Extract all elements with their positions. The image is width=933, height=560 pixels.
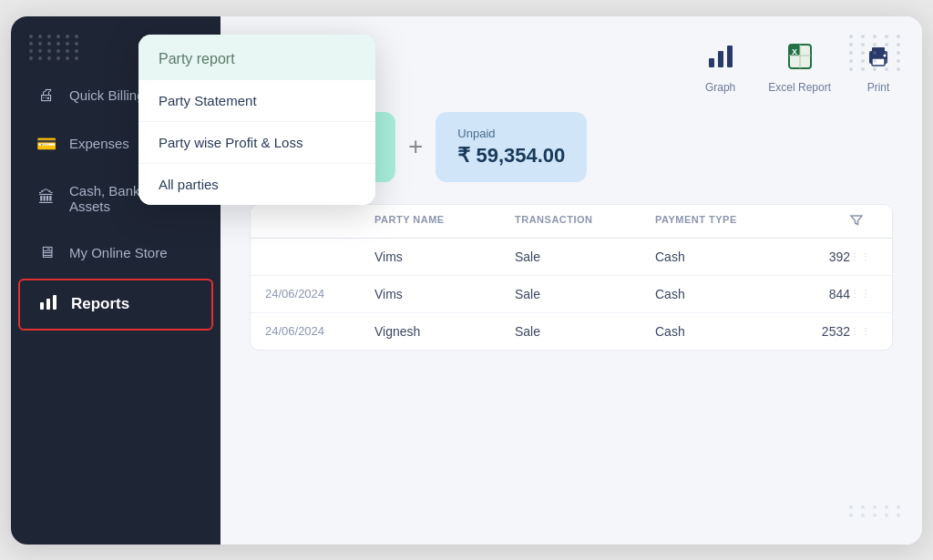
row2-amount: 844 (795, 287, 850, 301)
col-amount (795, 214, 850, 229)
graph-action[interactable]: Graph (705, 42, 735, 94)
excel-label: Excel Report (768, 81, 831, 94)
sidebar-item-reports[interactable]: Reports (18, 279, 213, 331)
row2-party: Vims (374, 287, 515, 301)
graph-icon (706, 42, 735, 77)
expenses-icon: 💳 (36, 134, 56, 154)
reports-icon (38, 293, 58, 316)
svg-rect-1 (46, 299, 50, 310)
sidebar-item-label: My Online Store (69, 245, 168, 260)
col-party-name: PARTY NAME (374, 214, 515, 229)
sidebar-item-label: Reports (71, 295, 129, 313)
row2-date: 24/06/2024 (265, 287, 374, 300)
row3-menu-dots[interactable]: ⋮⋮ (850, 326, 877, 336)
row1-menu-dots[interactable]: ⋮⋮ (850, 251, 877, 261)
dropdown-item-party-statement[interactable]: Party Statement (138, 80, 375, 122)
row1-party: Vims (374, 249, 515, 264)
row3-payment-type: Cash (655, 324, 795, 339)
bank-icon: 🏛 (36, 188, 56, 208)
plus-sign: + (408, 132, 423, 161)
col-filter[interactable] (850, 214, 877, 229)
row1-transaction: Sale (515, 249, 655, 264)
row2-menu-dots[interactable]: ⋮⋮ (850, 289, 877, 299)
row1-payment-type: Cash (655, 249, 795, 264)
table-header: PARTY NAME TRANSACTION PAYMENT TYPE (251, 205, 892, 239)
svg-rect-5 (727, 46, 733, 67)
svg-rect-3 (709, 58, 714, 67)
dropdown-item-party-profit-loss[interactable]: Party wise Profit & Loss (138, 122, 375, 164)
data-table: PARTY NAME TRANSACTION PAYMENT TYPE Vims… (250, 204, 893, 351)
sidebar-item-label: Expenses (69, 136, 129, 151)
row3-transaction: Sale (515, 324, 655, 339)
app-container: 🖨 Quick Billing 💳 Expenses 🏛 Cash, Bank … (11, 16, 922, 545)
svg-rect-4 (718, 51, 723, 67)
sidebar-item-label: Quick Billing (69, 87, 145, 103)
sidebar-decoration (29, 35, 80, 60)
excel-action[interactable]: X Excel Report (768, 42, 831, 94)
billing-icon: 🖨 (36, 86, 56, 105)
row2-payment-type: Cash (655, 287, 795, 301)
row3-date: 24/06/2024 (265, 324, 374, 338)
unpaid-card: Unpaid ₹ 59,354.00 (436, 112, 587, 182)
bg-decoration-bottom (849, 505, 904, 517)
table-row[interactable]: Vims Sale Cash 392 ⋮⋮ (251, 239, 892, 276)
col-payment-type: PAYMENT TYPE (655, 214, 795, 229)
col-transaction: TRANSACTION (515, 214, 655, 229)
dropdown-item-all-parties[interactable]: All parties (138, 164, 375, 205)
svg-rect-2 (53, 295, 56, 310)
print-label: Print (867, 81, 890, 94)
party-report-dropdown: Party report Party Statement Party wise … (138, 35, 375, 205)
store-icon: 🖥 (36, 243, 56, 262)
excel-icon: X (785, 42, 815, 77)
graph-label: Graph (705, 81, 735, 94)
bg-decoration-top (849, 35, 904, 71)
sidebar-item-online-store[interactable]: 🖥 My Online Store (18, 230, 213, 275)
table-row[interactable]: 24/06/2024 Vims Sale Cash 844 ⋮⋮ (251, 276, 892, 313)
filter-icon (850, 218, 863, 229)
dropdown-header: Party report (138, 35, 375, 80)
unpaid-label: Unpaid (457, 127, 565, 140)
row2-transaction: Sale (515, 287, 655, 301)
table-row[interactable]: 24/06/2024 Vignesh Sale Cash 2532 ⋮⋮ (251, 313, 892, 350)
col-date (265, 214, 374, 229)
row3-party: Vignesh (374, 324, 515, 339)
row3-amount: 2532 (795, 324, 850, 339)
unpaid-value: ₹ 59,354.00 (457, 144, 565, 168)
svg-rect-0 (40, 302, 44, 310)
row1-amount: 392 (795, 249, 850, 264)
